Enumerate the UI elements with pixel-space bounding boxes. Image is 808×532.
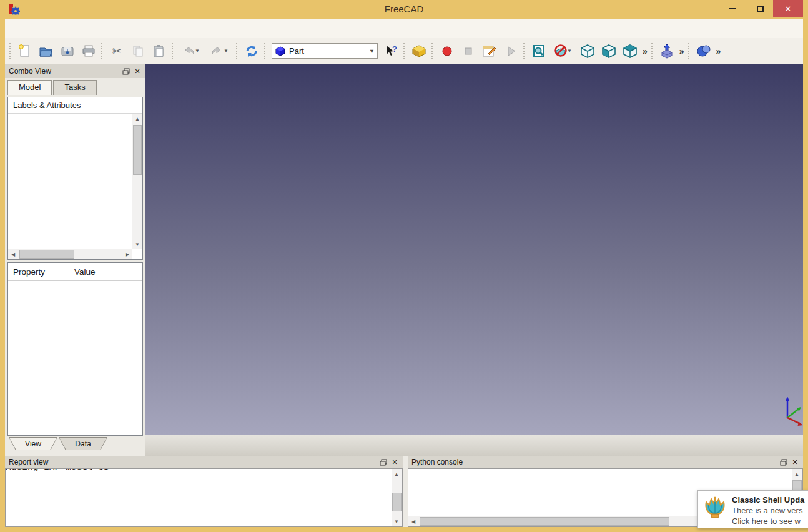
toolbar-handle[interactable] [9,43,12,59]
part-boolean-button[interactable] [693,41,714,62]
draw-style-dropdown-icon[interactable]: ▼ [567,48,573,54]
toolbar-handle[interactable] [523,43,526,59]
toolbar-handle[interactable] [688,43,691,59]
view-top-button[interactable] [619,41,641,62]
macro-dialog-button[interactable] [479,41,500,62]
scrollbar-thumb[interactable] [420,517,669,526]
tab-view[interactable]: View [9,437,57,450]
toolbar-handle[interactable] [431,43,435,59]
scroll-up-icon[interactable]: ▲ [792,469,802,479]
shell-icon [703,495,727,520]
play-icon [503,44,518,59]
notification-line2[interactable]: Click here to see w [732,516,804,526]
open-button[interactable] [36,41,57,62]
close-button[interactable]: ✕ [773,0,803,17]
fit-all-button[interactable] [528,41,549,62]
view-axonometric-icon [579,43,596,59]
draw-style-button[interactable]: ▼ [549,41,577,62]
fit-all-icon [531,44,546,59]
3d-viewport[interactable] [145,64,803,435]
maximize-button[interactable] [747,0,773,17]
scrollbar-thumb[interactable] [392,493,402,511]
python-console-titlebar[interactable]: Python console ✕ [408,456,803,468]
report-view-panel: Report view ✕ Adding EMP model U3 ▲ ▼ [5,456,403,527]
redo-dropdown-icon[interactable]: ▼ [224,48,230,54]
scroll-left-icon[interactable]: ◀ [408,516,418,526]
column-value[interactable]: Value [69,267,96,277]
refresh-button[interactable] [241,41,262,62]
combo-view-titlebar[interactable]: Combo View ✕ [5,64,145,78]
part-box-icon [411,44,427,59]
toolbar-handle[interactable] [651,43,654,59]
tree-horizontal-scrollbar[interactable]: ◀ ▶ [8,249,132,259]
open-folder-icon [39,44,54,59]
column-property[interactable]: Property [8,263,69,280]
scroll-up-icon[interactable]: ▲ [392,469,402,479]
tab-model[interactable]: Model [7,80,52,95]
workbench-selector[interactable]: Part ▼ [272,43,378,59]
float-panel-icon[interactable] [379,458,388,466]
combo-view-tabs: Model Tasks [5,78,145,95]
close-panel-icon[interactable]: ✕ [133,67,142,76]
view-toolbar-overflow[interactable]: » [641,46,649,56]
macro-play-button[interactable] [500,41,521,62]
scroll-up-icon[interactable]: ▲ [132,114,142,124]
minimize-button[interactable] [719,0,746,17]
view-front-button[interactable] [598,41,619,62]
print-button[interactable] [78,41,99,62]
tab-data[interactable]: Data [59,437,107,450]
property-editor: Property Value [7,262,143,436]
menubar [5,19,803,38]
undo-dropdown-icon[interactable]: ▼ [195,48,201,54]
whats-this-button[interactable]: ? [380,41,402,62]
toolbar-handle[interactable] [236,43,239,59]
classic-shell-notification[interactable]: Classic Shell Upda There is a new vers C… [697,490,808,528]
paste-icon [152,44,167,59]
toolbar-handle[interactable] [172,43,175,59]
print-icon [81,44,96,59]
float-panel-icon[interactable] [122,67,131,76]
combo-view-title: Combo View [9,67,51,76]
new-document-button[interactable] [14,41,36,62]
scroll-right-icon[interactable]: ▶ [122,249,132,259]
macro-stop-button[interactable] [458,41,479,62]
freecad-window: FreeCAD ✕ ✂ ▼ ▼ Part ▼ ? [0,0,808,532]
scroll-down-icon[interactable]: ▼ [132,239,142,249]
undo-button[interactable]: ▼ [177,41,205,62]
titlebar[interactable]: FreeCAD ✕ [0,0,808,19]
copy-icon [131,44,145,59]
report-view-titlebar[interactable]: Report view ✕ [5,456,403,468]
workbench-part-icon [275,46,286,57]
scroll-down-icon[interactable]: ▼ [392,516,402,526]
toolbar-handle[interactable] [101,43,104,59]
save-button[interactable] [57,41,78,62]
scrollbar-thumb[interactable] [19,250,74,259]
macro-edit-icon [481,44,498,59]
part-toolbar-overflow[interactable]: » [677,46,686,56]
paste-button[interactable] [149,41,170,62]
cut-button[interactable]: ✂ [106,41,127,62]
view-axonometric-button[interactable] [577,41,598,62]
report-vertical-scrollbar[interactable]: ▲ ▼ [392,469,402,526]
part-box-button[interactable] [408,41,430,62]
scrollbar-thumb[interactable] [133,125,142,175]
tree-vertical-scrollbar[interactable]: ▲ ▼ [132,114,142,249]
close-panel-icon[interactable]: ✕ [791,458,799,466]
panel-splitter[interactable] [403,456,408,527]
close-panel-icon[interactable]: ✕ [390,458,399,466]
tab-tasks[interactable]: Tasks [53,80,96,95]
scroll-left-icon[interactable]: ◀ [8,249,18,259]
combo-view-panel: Combo View ✕ Model Tasks Labels & Attrib… [5,64,145,456]
viewport-background [145,64,803,435]
float-panel-icon[interactable] [779,458,788,466]
document-tabbar [145,435,803,456]
maximize-icon [757,6,764,12]
refresh-icon [244,44,259,59]
toolbar-handle[interactable] [264,43,267,59]
part-extrude-button[interactable] [656,41,677,62]
toolbar-handle[interactable] [403,43,406,59]
misc-toolbar-overflow[interactable]: » [714,46,723,56]
macro-record-button[interactable] [436,41,458,62]
redo-button[interactable]: ▼ [205,41,234,62]
copy-button[interactable] [127,41,149,62]
